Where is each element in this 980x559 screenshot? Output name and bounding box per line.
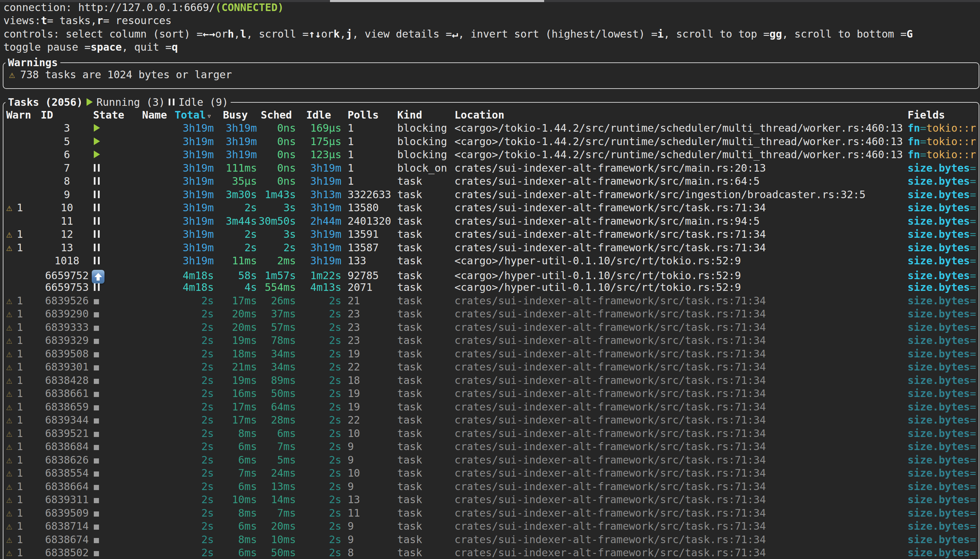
- task-row[interactable]: 63h19m3h19m0ns123µs1blocking<cargo>/toki…: [3, 148, 977, 162]
- column-header-sched[interactable]: Sched: [257, 109, 296, 121]
- cell-location: crates/sui-indexer-alt-framework/src/tas…: [455, 308, 907, 320]
- warn-count: 1: [17, 321, 23, 333]
- task-row[interactable]: ⚠1103h19m2s3s3h19m13580taskcrates/sui-in…: [3, 201, 977, 215]
- task-row[interactable]: ⚠168386262s6ms5ms2s9taskcrates/sui-index…: [3, 453, 977, 466]
- cell-total: 2s: [172, 334, 214, 346]
- warn-count: 1: [17, 361, 23, 373]
- cell-polls: 13587: [341, 241, 397, 254]
- cell-total: 2s: [172, 387, 214, 399]
- running-state-icon: [94, 137, 100, 145]
- cell-busy: 6ms: [214, 440, 257, 453]
- cell-state: [89, 440, 138, 453]
- task-row[interactable]: 33h19m3h19m0ns169µs1blocking<cargo>/toki…: [3, 122, 977, 135]
- cell-total: 2s: [172, 480, 214, 493]
- completed-state-icon: [94, 551, 99, 556]
- task-row[interactable]: ⚠168395092s8ms7ms2s11taskcrates/sui-inde…: [3, 506, 977, 520]
- cell-kind: task: [397, 241, 455, 254]
- column-header-state[interactable]: State: [89, 109, 138, 121]
- task-row[interactable]: ⚠168386612s16ms50ms2s19taskcrates/sui-in…: [3, 387, 977, 400]
- column-header-warn[interactable]: Warn: [3, 109, 35, 121]
- header-text: views:: [3, 15, 41, 26]
- tasks-table: WarnIDStateNameTotal▿BusySchedIdlePollsK…: [3, 108, 977, 559]
- warn-count: 1: [17, 493, 23, 506]
- task-row[interactable]: ⚠168387142s6ms20ms2s9taskcrates/sui-inde…: [3, 520, 977, 533]
- task-row[interactable]: 113h19m3m44s30m50s2h44m2401320taskcrates…: [3, 214, 977, 228]
- cell-kind: task: [397, 507, 455, 519]
- completed-state-icon: [94, 458, 99, 463]
- task-row[interactable]: 73h19m111ms0ns3h19m1block_oncrates/sui-i…: [3, 161, 977, 175]
- task-row[interactable]: ⚠168386642s6ms13ms2s9taskcrates/sui-inde…: [3, 480, 977, 493]
- column-header-busy[interactable]: Busy: [214, 109, 257, 121]
- key-hint: h: [228, 28, 234, 40]
- task-row[interactable]: 93h19m3m30s1m43s3h13m3322633taskcrates/s…: [3, 188, 977, 201]
- task-row[interactable]: ⚠168395262s17ms26ms2s21taskcrates/sui-in…: [3, 294, 977, 308]
- completed-state-icon: [94, 432, 99, 437]
- task-row[interactable]: ⚠168393332s20ms57ms2s23taskcrates/sui-in…: [3, 321, 977, 334]
- field-equals: =: [970, 454, 976, 466]
- column-header-polls[interactable]: Polls: [341, 109, 397, 121]
- field-key: size.bytes: [907, 241, 970, 254]
- idle-state-icon: [94, 244, 100, 251]
- cell-task-id: 6839311: [35, 493, 89, 506]
- task-row[interactable]: ⚠168392902s20ms37ms2s23taskcrates/sui-in…: [3, 308, 977, 321]
- task-row[interactable]: ⚠168386842s6ms7ms2s9taskcrates/sui-index…: [3, 440, 977, 453]
- cell-busy: 20ms: [214, 321, 257, 333]
- cell-sched: 30m50s: [257, 215, 296, 227]
- task-row[interactable]: ⚠168393292s19ms78ms2s23taskcrates/sui-in…: [3, 334, 977, 347]
- task-row[interactable]: ⚠168393112s10ms14ms2s13taskcrates/sui-in…: [3, 493, 977, 507]
- task-row[interactable]: ⚠168393012s21ms34ms2s22taskcrates/sui-in…: [3, 361, 977, 374]
- field-value: tokio::r: [926, 122, 976, 134]
- task-row[interactable]: 66597524m18s58s1m57s1m22s92785task<cargo…: [3, 268, 977, 281]
- task-row[interactable]: 66597534m18s4s554ms4m13s2071task<cargo>/…: [3, 281, 977, 294]
- task-row[interactable]: 83h19m35µs0ns3h19m1taskcrates/sui-indexe…: [3, 175, 977, 188]
- cell-location: crates/sui-indexer-alt-framework/src/tas…: [455, 401, 907, 413]
- field-key: size.bytes: [907, 321, 970, 333]
- cell-fields: size.bytes=: [907, 308, 977, 320]
- cell-polls: 9: [341, 534, 397, 546]
- completed-state-icon: [94, 498, 99, 503]
- cell-fields: size.bytes=: [907, 547, 977, 559]
- warning-triangle-icon: ⚠: [9, 69, 15, 79]
- task-row[interactable]: ⚠168386742s8ms10ms2s9taskcrates/sui-inde…: [3, 533, 977, 546]
- cell-sched: 0ns: [257, 175, 296, 187]
- task-row[interactable]: ⚠1133h19m2s2s3h19m13587taskcrates/sui-in…: [3, 241, 977, 254]
- column-header-id[interactable]: ID: [35, 109, 89, 121]
- field-key: size.bytes: [907, 534, 970, 546]
- idle-state-icon: [94, 164, 100, 172]
- field-equals: =: [970, 507, 976, 519]
- cell-kind: task: [397, 215, 455, 227]
- cell-idle: 2s: [296, 440, 341, 453]
- cell-idle: 3h19m: [296, 255, 341, 267]
- task-row[interactable]: ⚠168385542s7ms24ms2s10taskcrates/sui-ind…: [3, 466, 977, 480]
- task-row[interactable]: ⚠168395082s18ms34ms2s19taskcrates/sui-in…: [3, 347, 977, 361]
- cell-polls: 23: [341, 308, 397, 320]
- cell-location: crates/sui-indexer-alt-framework/src/tas…: [455, 348, 907, 360]
- field-key: size.bytes: [907, 520, 970, 532]
- cell-location: <cargo>/hyper-util-0.1.10/src/rt/tokio.r…: [455, 255, 907, 267]
- task-row[interactable]: ⚠168384282s19ms89ms2s18taskcrates/sui-in…: [3, 374, 977, 387]
- warning-triangle-icon: ⚠: [6, 455, 12, 465]
- warn-count: 1: [17, 520, 23, 532]
- cell-fields: size.bytes=: [907, 440, 977, 453]
- column-header-total[interactable]: Total▿: [172, 109, 214, 121]
- field-equals: =: [970, 547, 976, 559]
- column-header-name[interactable]: Name: [138, 109, 172, 121]
- cell-task-id: 6659752: [35, 270, 89, 281]
- completed-state-icon: [94, 299, 99, 304]
- task-row[interactable]: ⚠168386592s17ms64ms2s19taskcrates/sui-in…: [3, 400, 977, 413]
- column-header-fields[interactable]: Fields: [907, 109, 977, 121]
- task-row[interactable]: ⚠1123h19m2s3s3h19m13591taskcrates/sui-in…: [3, 228, 977, 241]
- column-header-kind[interactable]: Kind: [397, 109, 455, 121]
- column-header-idle[interactable]: Idle: [296, 109, 341, 121]
- cell-idle: 1m22s: [296, 270, 341, 281]
- cell-busy: 58s: [214, 270, 257, 281]
- header-text: = resources: [103, 15, 172, 26]
- column-header-loc[interactable]: Location: [455, 109, 907, 121]
- task-row[interactable]: ⚠168385022s6ms50ms2s8taskcrates/sui-inde…: [3, 546, 977, 559]
- cell-task-id: 10: [35, 202, 89, 214]
- task-row[interactable]: 10183h19m11ms2ms3h19m133task<cargo>/hype…: [3, 254, 977, 268]
- task-row[interactable]: ⚠168393442s17ms28ms2s22taskcrates/sui-in…: [3, 413, 977, 427]
- task-row[interactable]: ⚠168395212s8ms6ms2s10taskcrates/sui-inde…: [3, 427, 977, 440]
- key-hint: j: [346, 28, 352, 40]
- task-row[interactable]: 53h19m3h19m0ns175µs1blocking<cargo>/toki…: [3, 135, 977, 148]
